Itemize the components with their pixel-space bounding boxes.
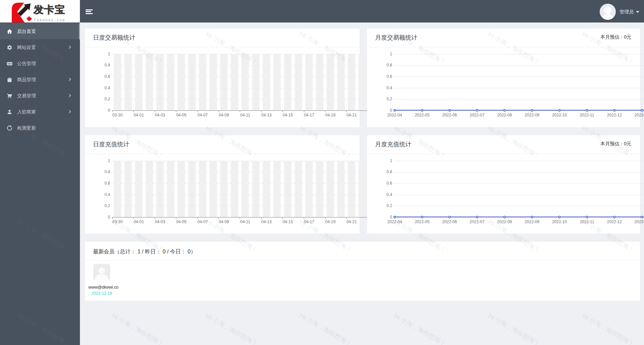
svg-text:03-30: 03-30 xyxy=(112,219,123,224)
svg-text:NEW: NEW xyxy=(7,63,11,65)
svg-text:0.8: 0.8 xyxy=(386,63,392,67)
svg-text:2022-04: 2022-04 xyxy=(387,219,402,224)
svg-text:04-05: 04-05 xyxy=(176,219,187,224)
svg-text:0.4: 0.4 xyxy=(386,86,392,90)
svg-text:04-19: 04-19 xyxy=(325,219,335,224)
svg-text:2023-01: 2023-01 xyxy=(635,113,644,117)
svg-text:04-09: 04-09 xyxy=(219,113,229,117)
svg-text:2022-10: 2022-10 xyxy=(552,219,567,224)
svg-text:0.2: 0.2 xyxy=(386,97,392,101)
svg-text:0: 0 xyxy=(108,215,110,219)
svg-text:04-09: 04-09 xyxy=(219,219,229,224)
svg-text:0: 0 xyxy=(390,108,392,113)
svg-text:04-03: 04-03 xyxy=(155,219,165,224)
svg-text:04-07: 04-07 xyxy=(197,113,208,117)
svg-text:0.8: 0.8 xyxy=(104,169,110,174)
svg-text:04-07: 04-07 xyxy=(197,219,208,224)
svg-text:04-05: 04-05 xyxy=(176,113,187,117)
svg-text:04-19: 04-19 xyxy=(325,113,335,117)
svg-text:2022-06: 2022-06 xyxy=(442,113,457,117)
svg-text:2022-07: 2022-07 xyxy=(470,113,485,117)
svg-text:2022-05: 2022-05 xyxy=(415,219,429,224)
svg-text:0.2: 0.2 xyxy=(104,203,110,208)
svg-text:04-11: 04-11 xyxy=(240,219,250,224)
svg-text:04-17: 04-17 xyxy=(304,113,314,117)
svg-text:2022-09: 2022-09 xyxy=(524,219,539,224)
svg-text:0.4: 0.4 xyxy=(104,86,110,90)
svg-text:1: 1 xyxy=(390,158,392,163)
svg-text:04-13: 04-13 xyxy=(261,113,272,117)
svg-text:04-21: 04-21 xyxy=(347,219,357,224)
svg-text:04-21: 04-21 xyxy=(347,113,357,117)
svg-text:2022-08: 2022-08 xyxy=(497,219,512,224)
svg-text:2022-04: 2022-04 xyxy=(387,113,402,117)
svg-text:2022-07: 2022-07 xyxy=(470,219,485,224)
svg-text:2022-05: 2022-05 xyxy=(415,113,429,117)
svg-text:2022-12: 2022-12 xyxy=(607,219,622,224)
svg-text:0.6: 0.6 xyxy=(104,74,110,79)
svg-text:0.2: 0.2 xyxy=(386,203,392,208)
svg-text:0: 0 xyxy=(108,108,110,113)
svg-text:04-13: 04-13 xyxy=(261,219,272,224)
svg-text:0: 0 xyxy=(390,215,392,219)
svg-text:2022-11: 2022-11 xyxy=(580,113,594,117)
svg-text:0.6: 0.6 xyxy=(104,181,110,186)
svg-text:0.8: 0.8 xyxy=(386,169,392,174)
svg-text:0.6: 0.6 xyxy=(386,181,392,186)
svg-text:2022-10: 2022-10 xyxy=(552,113,567,117)
svg-text:2023-01: 2023-01 xyxy=(635,219,644,224)
svg-text:04-01: 04-01 xyxy=(134,113,144,117)
svg-text:04-15: 04-15 xyxy=(283,113,293,117)
svg-text:04-11: 04-11 xyxy=(240,113,250,117)
svg-text:04-17: 04-17 xyxy=(304,219,314,224)
svg-text:03-30: 03-30 xyxy=(112,113,123,117)
svg-text:0.2: 0.2 xyxy=(104,97,110,101)
svg-text:04-15: 04-15 xyxy=(283,219,293,224)
svg-text:04-01: 04-01 xyxy=(134,219,144,224)
svg-text:04-03: 04-03 xyxy=(155,113,165,117)
svg-text:2022-06: 2022-06 xyxy=(442,219,457,224)
svg-text:1: 1 xyxy=(390,52,392,56)
svg-text:0.4: 0.4 xyxy=(386,192,392,197)
svg-text:2022-12: 2022-12 xyxy=(607,113,622,117)
svg-text:2022-08: 2022-08 xyxy=(497,113,512,117)
svg-text:0.6: 0.6 xyxy=(386,74,392,79)
svg-text:2022-09: 2022-09 xyxy=(524,113,539,117)
svg-text:1: 1 xyxy=(108,52,110,56)
svg-text:0.8: 0.8 xyxy=(104,63,110,67)
svg-text:2022-11: 2022-11 xyxy=(580,219,594,224)
svg-text:1: 1 xyxy=(108,158,110,163)
svg-text:0.4: 0.4 xyxy=(104,192,110,197)
